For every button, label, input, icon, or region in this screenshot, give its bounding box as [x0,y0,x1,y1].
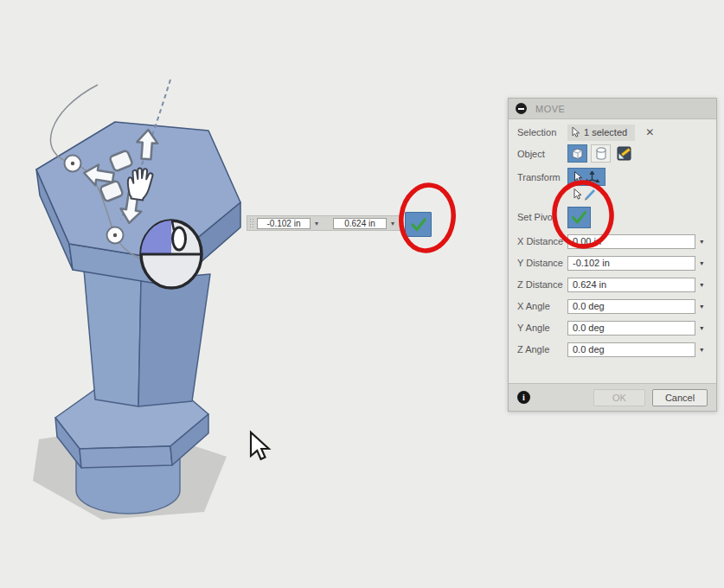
dropdown-icon[interactable]: ▾ [695,238,708,246]
pointer-cursor [251,432,269,459]
pivot-select-cursor-icon [571,189,597,202]
rotate-handle[interactable] [107,227,124,244]
dialog-title: MOVE [535,104,565,114]
application-window: -0.102 in ▾ 0.624 in ▾ MOVE Selection 1 … [0,0,724,588]
toolbar-distance-input[interactable]: -0.102 in [257,218,311,229]
transform-free-move-button[interactable] [567,168,605,186]
toolbar-distance-input[interactable]: 0.624 in [333,218,387,229]
clear-selection-icon[interactable]: ✕ [645,126,654,138]
ok-button[interactable]: OK [593,389,645,406]
z-angle-input[interactable]: 0.0 deg [567,342,695,357]
y-distance-label: Y Distance [517,258,567,268]
cube-icon [571,147,584,160]
dropdown-icon[interactable]: ▾ [695,303,708,310]
x-angle-input[interactable]: 0.0 deg [567,299,695,314]
cancel-button[interactable]: Cancel [652,389,708,406]
toolbar-drag-handle[interactable] [249,218,253,228]
transform-label: Transform [517,172,567,182]
y-distance-input[interactable]: -0.102 in [567,256,695,271]
collapse-icon[interactable] [516,103,527,114]
z-angle-label: Z Angle [517,344,567,355]
dropdown-icon[interactable]: ▾ [695,259,708,267]
move-dialog-header[interactable]: MOVE [509,99,716,119]
x-angle-label: X Angle [517,301,567,311]
set-pivot-label: Set Pivot [517,212,567,222]
cursor-icon [573,171,583,183]
object-label: Object [517,149,567,159]
move-triad-icon [585,171,599,182]
x-distance-input[interactable]: 0.00 in [567,234,695,249]
object-sketch-button[interactable] [614,144,634,163]
z-distance-label: Z Distance [517,279,567,290]
select-cursor-icon [572,127,580,138]
rotate-handle[interactable] [65,156,81,172]
selection-value-chip[interactable]: 1 selected [567,125,635,141]
y-angle-label: Y Angle [517,323,567,333]
dialog-footer: i OK Cancel [509,383,716,411]
toolbar-dropdown-icon[interactable]: ▾ [387,220,399,227]
checkmark-icon [409,216,428,233]
manipulator-value-toolbar: -0.102 in ▾ 0.624 in ▾ [247,215,402,231]
x-distance-label: X Distance [517,236,567,246]
info-icon[interactable]: i [517,391,530,404]
toolbar-dropdown-icon[interactable]: ▾ [311,220,323,227]
toolbar-confirm-button[interactable] [405,212,432,237]
cylinder-icon [595,147,607,160]
dropdown-icon[interactable]: ▾ [695,281,708,289]
move-dialog: MOVE Selection 1 selected ✕ Object [508,98,717,412]
dropdown-icon[interactable]: ▾ [695,324,708,332]
object-body-button[interactable] [567,144,587,163]
set-pivot-confirm-button[interactable] [567,207,591,228]
checkmark-icon [570,209,588,226]
selection-count: 1 selected [584,127,627,137]
mouse-left-click-icon [141,220,202,288]
model-column[interactable] [84,270,210,406]
y-angle-input[interactable]: 0.0 deg [567,321,695,336]
object-component-button[interactable] [591,144,611,163]
sketch-icon [617,146,631,161]
selection-label: Selection [517,127,567,137]
dropdown-icon[interactable]: ▾ [695,346,708,354]
z-distance-input[interactable]: 0.624 in [567,278,695,292]
model-hex-cap[interactable] [36,122,240,286]
